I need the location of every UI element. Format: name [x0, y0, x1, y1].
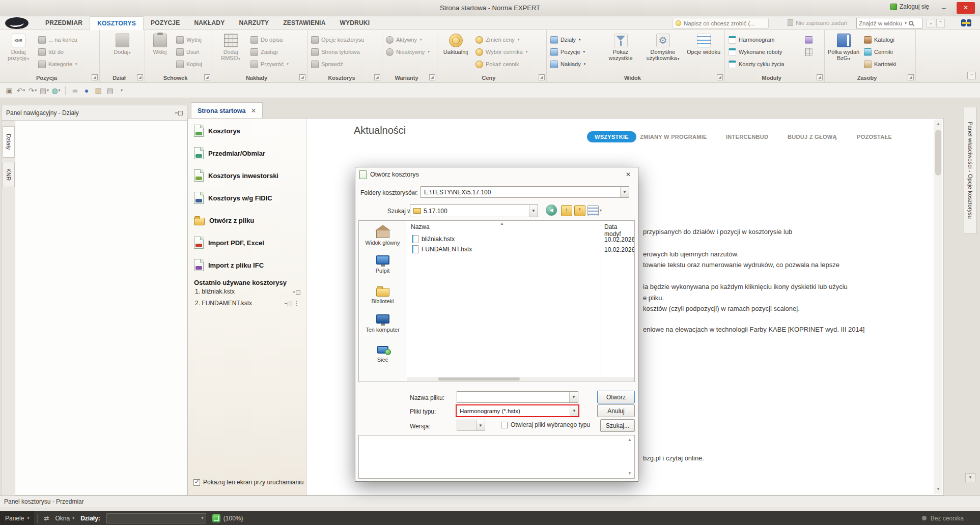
binoculars-icon[interactable]: [961, 19, 966, 26]
checkbox-icon[interactable]: [501, 422, 508, 428]
minimize-button[interactable]: –: [936, 2, 951, 14]
link-import-ifc[interactable]: Import z pliku IFC: [194, 258, 264, 272]
dialog-launcher-icon[interactable]: ◢: [374, 74, 380, 80]
filetype-combo[interactable]: Harmonogramy (*.hstx) ▼: [456, 404, 579, 417]
goto-button[interactable]: Idź do: [36, 46, 79, 57]
update-prices-button[interactable]: Uaktualnij: [439, 32, 472, 71]
dialog-launcher-icon[interactable]: ◢: [299, 74, 305, 80]
scrollbar-thumb[interactable]: [935, 130, 941, 176]
app-logo-button[interactable]: [5, 17, 29, 29]
more-options-icon[interactable]: ⋮: [294, 300, 300, 307]
file-row-blizniak[interactable]: bliźniak.hstx: [412, 235, 455, 243]
find-prev-button[interactable]: ⌃: [936, 19, 945, 27]
show-price-list-button[interactable]: Pokaż cennik: [473, 59, 529, 70]
schedule-button[interactable]: Harmonogram: [726, 34, 804, 45]
find-in-view-box[interactable]: ▾: [856, 18, 922, 28]
add-position-button[interactable]: KNR Dodaj pozycję▾: [2, 32, 35, 71]
to-description-button[interactable]: Do opisu: [248, 34, 291, 45]
chevron-down-icon[interactable]: ▾: [905, 21, 907, 25]
document-tab-strona-startowa[interactable]: Strona startowa ✕: [191, 102, 263, 119]
print-preview-icon[interactable]: ▤: [105, 85, 115, 96]
view-outlays-button[interactable]: Nakłady▾: [548, 59, 599, 70]
chevron-down-icon[interactable]: ▼: [529, 205, 538, 217]
close-button[interactable]: ✕: [957, 2, 975, 14]
completed-works-button[interactable]: Wykonane roboty: [726, 46, 804, 57]
title-page-button[interactable]: Strona tytułowa: [309, 46, 366, 57]
link-otworz-z-pliku[interactable]: Otwórz z pliku: [194, 213, 254, 227]
pin-icon[interactable]: [175, 110, 182, 115]
paste-special-icon[interactable]: ▤▾: [39, 85, 49, 96]
scroll-down-icon[interactable]: ▼: [626, 470, 634, 478]
scroll-up-icon[interactable]: ▲: [626, 436, 634, 444]
place-widok-glowny[interactable]: Widok główny: [359, 225, 406, 246]
find-input[interactable]: [859, 20, 903, 26]
estimate-panel-bar[interactable]: Panel kosztorysu - Przedmiar: [0, 495, 980, 507]
save-icon[interactable]: ▣: [4, 85, 14, 96]
content-scrollbar[interactable]: ▲ ▼: [934, 120, 942, 494]
dialog-launcher-icon[interactable]: ◢: [817, 74, 823, 80]
filter-buduj-z-glowa[interactable]: BUDUJ Z GŁOWĄ: [788, 134, 837, 140]
search-button[interactable]: Szukaj...: [600, 419, 635, 432]
dialog-launcher-icon[interactable]: ◢: [429, 74, 435, 80]
file-row-fundament[interactable]: FUNDAMENT.hstx: [412, 245, 472, 253]
chevron-down-icon[interactable]: ▼: [620, 187, 629, 197]
pin-icon[interactable]: [285, 301, 292, 306]
sidebar-tab-dzialy[interactable]: Działy: [3, 126, 15, 158]
link-kosztorys-fidic[interactable]: Kosztorys w/g FIDIC: [194, 191, 272, 205]
check-button[interactable]: Sprawdź: [309, 59, 366, 70]
categories-button[interactable]: Kategorie▾: [36, 59, 79, 70]
module-grid-button[interactable]: [805, 46, 818, 57]
view-sections-button[interactable]: Działy▾: [548, 34, 599, 45]
scroll-up-icon[interactable]: ▲: [934, 120, 942, 128]
chevron-down-icon[interactable]: ▼: [569, 392, 578, 402]
scroll-down-icon[interactable]: ▼: [934, 485, 942, 493]
close-tab-icon[interactable]: ✕: [250, 107, 256, 114]
add-at-end-button[interactable]: ... na końcu: [36, 34, 79, 45]
tab-zestawienia[interactable]: ZESTAWIENIA: [276, 16, 332, 30]
paste-button[interactable]: Wklej: [147, 32, 173, 71]
web-icon[interactable]: ◍▾: [51, 85, 61, 96]
place-pulpit[interactable]: Pulpit: [359, 255, 406, 274]
horizontal-scrollbar[interactable]: [407, 377, 634, 381]
view-options-button[interactable]: Opcje widoku: [685, 32, 722, 71]
status-panels-button[interactable]: Panele▾: [0, 511, 34, 525]
price-lists-button[interactable]: Cenniki: [862, 46, 898, 57]
view-menu-icon[interactable]: [587, 205, 599, 216]
estimate-folders-combo[interactable]: E:\TESTY\NEX\5.17.100 ▼: [421, 186, 629, 198]
new-folder-icon[interactable]: [574, 205, 585, 216]
swap-windows-icon[interactable]: ⇄: [41, 515, 52, 522]
back-icon[interactable]: ◀: [546, 205, 557, 216]
filter-pozostale[interactable]: POZOSTAŁE: [857, 134, 892, 140]
dialog-launcher-icon[interactable]: ◢: [92, 74, 98, 80]
link-kosztorys-inwestorski[interactable]: Kosztorys inwestorski: [194, 168, 278, 183]
chevron-down-icon[interactable]: ▾: [600, 208, 602, 213]
link-przedmiar-obmiar[interactable]: Przedmiar/Obmiar: [194, 146, 265, 160]
tab-naklady[interactable]: NAKŁADY: [187, 16, 232, 30]
filter-zmiany-w-programie[interactable]: ZMIANY W PROGRAMIE: [640, 134, 707, 140]
place-biblioteki[interactable]: Biblioteki: [359, 285, 406, 304]
more-commands-icon[interactable]: ▾: [117, 85, 127, 96]
open-selected-type-checkbox[interactable]: Otwieraj pliki wybranego typu: [501, 421, 590, 428]
restore-button[interactable]: Przywróć▾: [248, 59, 291, 70]
tellme-search[interactable]: [672, 18, 769, 28]
search-icon[interactable]: [909, 21, 913, 25]
show-startscreen-checkbox[interactable]: Pokazuj ten ekran przy uruchamianiu: [193, 479, 303, 486]
link-import-pdf-excel[interactable]: Import PDF, Excel: [194, 236, 264, 250]
status-windows-button[interactable]: Okna▾: [52, 515, 77, 522]
change-prices-button[interactable]: Zmień ceny▾: [473, 34, 529, 45]
user-defaults-button[interactable]: ⚙ Domyślne użytkownika▾: [642, 32, 684, 71]
dialog-launcher-icon[interactable]: ◢: [204, 74, 210, 80]
add-rmso-button[interactable]: Dodaj RMSO▾: [214, 32, 247, 71]
replace-button[interactable]: Zastąp: [248, 46, 291, 57]
cut-button[interactable]: Wytnij: [174, 34, 204, 45]
look-in-combo[interactable]: 5.17.100 ▼: [410, 205, 538, 217]
dialog-titlebar[interactable]: Otwórz kosztorys: [355, 167, 638, 182]
report-page-icon[interactable]: ▥: [93, 85, 103, 96]
inactive-variant-button[interactable]: Nieaktywny▾: [384, 46, 432, 57]
active-variant-button[interactable]: Aktywny▾: [384, 34, 432, 45]
checkbox-icon[interactable]: [193, 479, 200, 486]
column-divider[interactable]: [601, 221, 601, 382]
globe-icon[interactable]: ●: [81, 85, 92, 96]
view-positions-button[interactable]: Pozycje▾: [548, 46, 599, 57]
scrollbar-thumb[interactable]: [438, 377, 520, 381]
